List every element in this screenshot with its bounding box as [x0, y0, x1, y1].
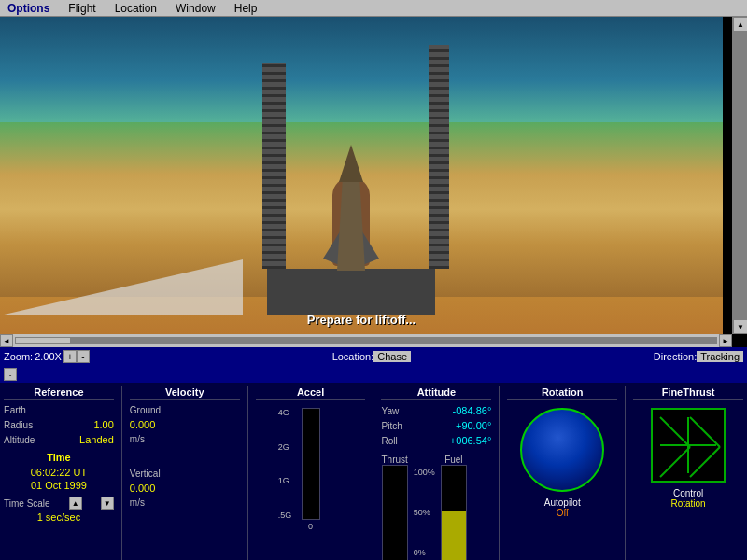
tower-left — [262, 63, 286, 269]
scroll-down[interactable]: ▼ — [733, 319, 747, 334]
ground-row: Ground — [130, 404, 240, 416]
platform-base — [267, 269, 435, 315]
scroll-track[interactable] — [733, 32, 747, 319]
reference-section: Reference Earth Radius 1.00 Altitude Lan… — [4, 386, 114, 560]
pitch-value: +90.00° — [456, 420, 491, 431]
fuel-bar-fill — [442, 511, 466, 560]
svg-line-0 — [690, 417, 720, 447]
ms1-label: m/s — [130, 434, 145, 444]
accel-bar-container: 4G 2G 1G .5G 0 — [256, 408, 366, 529]
ms1-row: m/s — [130, 433, 240, 445]
thrust-bar — [382, 465, 408, 560]
radius-row: Radius 1.00 — [4, 418, 114, 431]
divider-4 — [499, 386, 500, 560]
vertical-value-row: 0.000 — [130, 482, 240, 495]
autopilot-value: Off — [507, 508, 617, 518]
thrust-bar-container: Thrust — [381, 455, 407, 560]
fuel-bar-container: Fuel — [441, 455, 467, 560]
radius-label: Radius — [4, 420, 33, 430]
svg-line-3 — [660, 447, 690, 477]
vertical-row: Vertical — [130, 468, 240, 480]
date-value: 01 Oct 1999 — [4, 480, 114, 491]
ms2-row: m/s — [130, 497, 240, 509]
tower-right — [429, 45, 449, 269]
zoom-in-button[interactable]: + — [63, 350, 77, 363]
altitude-value: Landed — [79, 434, 114, 445]
thrust-fuel-container: Thrust 100% 50% 0% Fuel — [381, 455, 491, 560]
zoom-label: Zoom: — [4, 351, 33, 362]
finethrust-svg — [653, 410, 727, 484]
zoom-out-button[interactable]: - — [77, 350, 90, 363]
shuttle — [328, 149, 374, 271]
rotation-title: Rotation — [507, 386, 617, 400]
hscroll-track[interactable] — [15, 337, 717, 344]
scroll-up[interactable]: ▲ — [733, 17, 747, 32]
accel-0: 0 — [308, 522, 313, 531]
menu-help[interactable]: Help — [231, 2, 261, 15]
altitude-label: Altitude — [4, 435, 35, 445]
accel-half-g: .5G — [278, 511, 292, 520]
menu-location[interactable]: Location — [111, 2, 161, 15]
zoom-value: 2.00X — [35, 351, 62, 362]
hscroll-left[interactable]: ◄ — [0, 334, 13, 347]
scale-50: 50% — [414, 508, 435, 517]
accel-2g: 2G — [278, 442, 292, 452]
fuel-label: Fuel — [444, 455, 462, 465]
time-value: 06:02:22 UT — [4, 467, 114, 478]
roll-value: +006.54° — [450, 435, 491, 446]
attitude-title: Attitude — [381, 386, 491, 400]
ms2-label: m/s — [130, 497, 145, 508]
finethrust-title: FineThrust — [633, 386, 743, 400]
viewport-row: Prepare for liftoff... ▲ ▼ — [0, 17, 747, 334]
viewport[interactable]: Prepare for liftoff... — [0, 17, 723, 334]
accel-bar — [302, 408, 320, 520]
roll-label: Roll — [381, 436, 397, 446]
ground-speed-value: 0.000 — [130, 419, 156, 430]
fuel-scale: 100% 50% 0% — [414, 455, 435, 557]
prepare-message: Prepare for liftoff... — [307, 313, 416, 327]
finethrust-indicator — [651, 408, 726, 483]
altitude-row: Altitude Landed — [4, 433, 114, 446]
yaw-value: -084.86° — [453, 405, 492, 416]
fuel-bar — [441, 465, 467, 560]
reference-title: Reference — [4, 386, 114, 400]
timescale-up-button[interactable]: ▲ — [69, 497, 82, 510]
thrust-label: Thrust — [381, 455, 407, 465]
shuttle-nose — [339, 145, 363, 182]
panel-minimize-button[interactable]: - — [4, 368, 17, 381]
control-value: Rotation — [633, 498, 743, 509]
accel-labels: 4G 2G 1G .5G — [278, 408, 292, 520]
viewport-scrollbar[interactable]: ▲ ▼ — [732, 17, 747, 334]
timescale-value: 1 sec/sec — [4, 511, 114, 523]
rotation-section: Rotation Autopilot Off — [507, 386, 617, 560]
accel-section: Accel 4G 2G 1G .5G 0 — [256, 386, 366, 560]
menubar: Options Flight Location Window Help — [0, 0, 747, 17]
yaw-row: Yaw -084.86° — [381, 404, 491, 417]
accel-title: Accel — [256, 386, 366, 400]
menu-options[interactable]: Options — [4, 2, 53, 15]
menu-window[interactable]: Window — [172, 2, 219, 15]
velocity-title: Velocity — [130, 386, 240, 400]
velocity-section: Velocity Ground 0.000 m/s Vertical 0.000… — [130, 386, 240, 560]
divider-3 — [373, 386, 374, 560]
timescale-row: Time Scale ▲ ▼ — [4, 497, 114, 510]
scale-100: 100% — [414, 468, 435, 477]
control-row: Control Rotation — [633, 488, 743, 509]
divider-2 — [247, 386, 248, 560]
bottom-titlebar: - — [0, 366, 747, 383]
launch-platform — [248, 241, 454, 315]
statusbar: Zoom: 2.00X + - Location: Chase Directio… — [0, 347, 747, 366]
rotation-circle-container — [507, 408, 617, 492]
timescale-down-button[interactable]: ▼ — [101, 497, 114, 510]
finethrust-section: FineThrust Control Rotation — [633, 386, 743, 560]
hscroll-thumb[interactable] — [15, 337, 71, 344]
svg-line-1 — [690, 447, 720, 477]
vertical-speed-value: 0.000 — [130, 483, 156, 494]
finethrust-cross-container — [633, 408, 743, 483]
autopilot-label: Autopilot — [507, 497, 617, 508]
hscrollbar[interactable]: ◄ ► — [0, 334, 732, 347]
hscroll-right[interactable]: ► — [719, 334, 732, 347]
vertical-label: Vertical — [130, 469, 161, 479]
earth-label: Earth — [4, 405, 26, 415]
menu-flight[interactable]: Flight — [64, 2, 99, 15]
